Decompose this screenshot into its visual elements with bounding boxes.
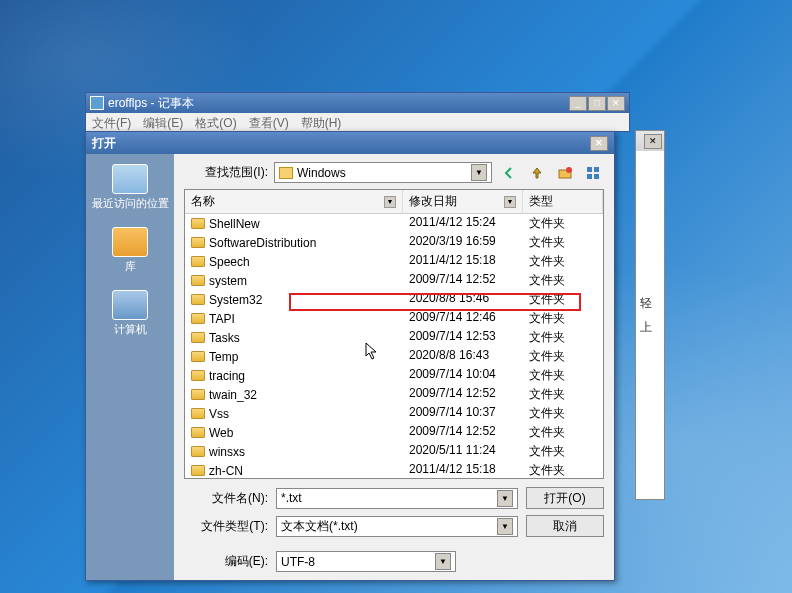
- file-row[interactable]: twain_322009/7/14 12:52文件夹: [185, 385, 603, 404]
- encoding-value: UTF-8: [281, 555, 315, 569]
- file-type: 文件夹: [523, 424, 603, 441]
- minimize-button[interactable]: _: [569, 96, 587, 111]
- file-name: tracing: [209, 369, 245, 383]
- file-name: Vss: [209, 407, 229, 421]
- menu-edit[interactable]: 编辑(E): [143, 115, 183, 132]
- view-menu-button[interactable]: [582, 163, 604, 183]
- column-type[interactable]: 类型: [523, 190, 603, 213]
- up-button[interactable]: [526, 163, 548, 183]
- filetype-label: 文件类型(T):: [184, 518, 268, 535]
- folder-icon: [191, 465, 205, 476]
- close-button[interactable]: ✕: [607, 96, 625, 111]
- back-button[interactable]: [498, 163, 520, 183]
- file-name: twain_32: [209, 388, 257, 402]
- file-row[interactable]: Tasks2009/7/14 12:53文件夹: [185, 328, 603, 347]
- cancel-button[interactable]: 取消: [526, 515, 604, 537]
- file-name: zh-CN: [209, 464, 243, 478]
- file-date: 2009/7/14 12:53: [403, 329, 523, 346]
- svg-rect-3: [594, 167, 599, 172]
- file-row[interactable]: zh-CN2011/4/12 15:18文件夹: [185, 461, 603, 478]
- file-date: 2011/4/12 15:18: [403, 462, 523, 478]
- filename-value: *.txt: [281, 491, 302, 505]
- filename-input[interactable]: *.txt ▼: [276, 488, 518, 509]
- menu-format[interactable]: 格式(O): [195, 115, 236, 132]
- file-row[interactable]: Vss2009/7/14 10:37文件夹: [185, 404, 603, 423]
- folder-icon: [191, 256, 205, 267]
- dialog-titlebar[interactable]: 打开 ✕: [86, 132, 614, 154]
- file-type: 文件夹: [523, 329, 603, 346]
- file-row[interactable]: Temp2020/8/8 16:43文件夹: [185, 347, 603, 366]
- column-name[interactable]: 名称▼: [185, 190, 403, 213]
- file-row[interactable]: System322020/8/8 15:46文件夹: [185, 290, 603, 309]
- file-date: 2020/3/19 16:59: [403, 234, 523, 251]
- notepad-titlebar[interactable]: erofflps - 记事本 _ □ ✕: [86, 93, 629, 113]
- place-library[interactable]: 库: [112, 227, 148, 274]
- place-computer[interactable]: 计算机: [112, 290, 148, 337]
- dialog-close-button[interactable]: ✕: [590, 136, 608, 151]
- file-name: system: [209, 274, 247, 288]
- file-row[interactable]: tracing2009/7/14 10:04文件夹: [185, 366, 603, 385]
- file-type: 文件夹: [523, 443, 603, 460]
- folder-icon: [191, 237, 205, 248]
- folder-icon: [191, 332, 205, 343]
- chevron-down-icon: ▼: [471, 164, 487, 181]
- dialog-title-text: 打开: [92, 135, 116, 152]
- menu-help[interactable]: 帮助(H): [301, 115, 342, 132]
- file-type: 文件夹: [523, 405, 603, 422]
- file-row[interactable]: Web2009/7/14 12:52文件夹: [185, 423, 603, 442]
- recent-icon: [112, 164, 148, 194]
- place-recent-label: 最近访问的位置: [92, 196, 169, 211]
- lookin-dropdown[interactable]: Windows ▼: [274, 162, 492, 183]
- computer-icon: [112, 290, 148, 320]
- place-library-label: 库: [125, 259, 136, 274]
- file-type: 文件夹: [523, 234, 603, 251]
- file-row[interactable]: ShellNew2011/4/12 15:24文件夹: [185, 214, 603, 233]
- file-date: 2011/4/12 15:18: [403, 253, 523, 270]
- background-window: ✕ 轻 上: [635, 130, 665, 500]
- file-type: 文件夹: [523, 291, 603, 308]
- file-name: Tasks: [209, 331, 240, 345]
- folder-icon: [191, 389, 205, 400]
- file-type: 文件夹: [523, 386, 603, 403]
- chevron-down-icon: ▼: [497, 518, 513, 535]
- menu-file[interactable]: 文件(F): [92, 115, 131, 132]
- menu-view[interactable]: 查看(V): [249, 115, 289, 132]
- folder-icon: [191, 408, 205, 419]
- folder-icon: [191, 294, 205, 305]
- file-date: 2009/7/14 12:52: [403, 424, 523, 441]
- filetype-dropdown[interactable]: 文本文档(*.txt) ▼: [276, 516, 518, 537]
- file-type: 文件夹: [523, 215, 603, 232]
- file-date: 2011/4/12 15:24: [403, 215, 523, 232]
- svg-point-1: [566, 167, 572, 173]
- maximize-button[interactable]: □: [588, 96, 606, 111]
- file-type: 文件夹: [523, 272, 603, 289]
- file-date: 2020/5/11 11:24: [403, 443, 523, 460]
- library-icon: [112, 227, 148, 257]
- chevron-down-icon: ▼: [497, 490, 513, 507]
- place-recent[interactable]: 最近访问的位置: [92, 164, 169, 211]
- file-date: 2020/8/8 15:46: [403, 291, 523, 308]
- new-folder-button[interactable]: [554, 163, 576, 183]
- file-type: 文件夹: [523, 310, 603, 327]
- open-button[interactable]: 打开(O): [526, 487, 604, 509]
- folder-icon: [191, 218, 205, 229]
- back-text2: 上: [640, 315, 660, 339]
- back-close-button[interactable]: ✕: [644, 134, 662, 149]
- file-row[interactable]: winsxs2020/5/11 11:24文件夹: [185, 442, 603, 461]
- places-bar: 最近访问的位置 库 计算机: [86, 154, 174, 580]
- file-row[interactable]: Speech2011/4/12 15:18文件夹: [185, 252, 603, 271]
- folder-icon: [191, 275, 205, 286]
- folder-icon: [191, 427, 205, 438]
- encoding-label: 编码(E):: [184, 553, 268, 570]
- file-row[interactable]: system2009/7/14 12:52文件夹: [185, 271, 603, 290]
- lookin-value: Windows: [297, 166, 346, 180]
- file-type: 文件夹: [523, 462, 603, 478]
- encoding-dropdown[interactable]: UTF-8 ▼: [276, 551, 456, 572]
- filetype-value: 文本文档(*.txt): [281, 518, 358, 535]
- file-row[interactable]: TAPI2009/7/14 12:46文件夹: [185, 309, 603, 328]
- file-type: 文件夹: [523, 253, 603, 270]
- svg-rect-4: [587, 174, 592, 179]
- file-name: TAPI: [209, 312, 235, 326]
- column-date[interactable]: 修改日期▼: [403, 190, 523, 213]
- file-row[interactable]: SoftwareDistribution2020/3/19 16:59文件夹: [185, 233, 603, 252]
